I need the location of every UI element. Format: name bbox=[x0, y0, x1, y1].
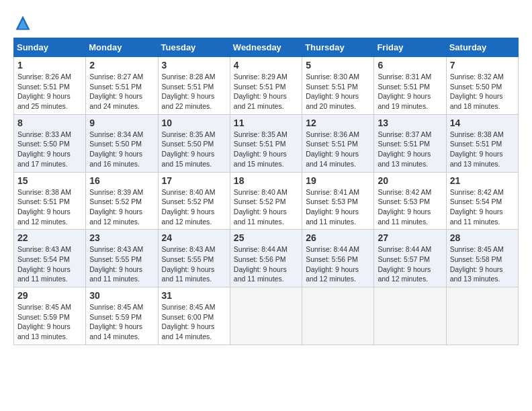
day-number: 9 bbox=[89, 118, 154, 128]
calendar-week-2: 8Sunrise: 8:33 AMSunset: 5:50 PMDaylight… bbox=[14, 114, 519, 172]
day-info: Sunrise: 8:45 AMSunset: 5:59 PMDaylight:… bbox=[89, 303, 143, 340]
day-number: 10 bbox=[162, 118, 226, 128]
calendar-day: 26Sunrise: 8:44 AMSunset: 5:56 PMDayligh… bbox=[302, 230, 374, 287]
day-info: Sunrise: 8:45 AMSunset: 5:59 PMDaylight:… bbox=[17, 303, 71, 340]
calendar-day: 11Sunrise: 8:35 AMSunset: 5:51 PMDayligh… bbox=[230, 114, 302, 172]
page-header bbox=[13, 13, 519, 32]
calendar-day: 24Sunrise: 8:43 AMSunset: 5:55 PMDayligh… bbox=[158, 230, 230, 287]
day-number: 2 bbox=[89, 60, 154, 71]
day-number: 11 bbox=[234, 118, 298, 128]
day-info: Sunrise: 8:44 AMSunset: 5:56 PMDaylight:… bbox=[306, 245, 359, 283]
day-header-thursday: Thursday bbox=[302, 38, 374, 57]
day-info: Sunrise: 8:43 AMSunset: 5:55 PMDaylight:… bbox=[89, 245, 143, 283]
calendar-day: 9Sunrise: 8:34 AMSunset: 5:50 PMDaylight… bbox=[86, 114, 158, 172]
calendar-day: 19Sunrise: 8:41 AMSunset: 5:53 PMDayligh… bbox=[302, 172, 374, 230]
day-number: 25 bbox=[234, 232, 298, 243]
calendar-day: 2Sunrise: 8:27 AMSunset: 5:51 PMDaylight… bbox=[86, 57, 158, 115]
calendar-day: 12Sunrise: 8:36 AMSunset: 5:51 PMDayligh… bbox=[302, 114, 374, 172]
calendar-day: 14Sunrise: 8:38 AMSunset: 5:51 PMDayligh… bbox=[446, 114, 518, 172]
day-header-sunday: Sunday bbox=[14, 38, 86, 57]
day-number: 1 bbox=[17, 60, 82, 71]
calendar-day: 18Sunrise: 8:40 AMSunset: 5:52 PMDayligh… bbox=[230, 172, 302, 230]
day-header-row: SundayMondayTuesdayWednesdayThursdayFrid… bbox=[14, 38, 519, 57]
calendar-week-5: 29Sunrise: 8:45 AMSunset: 5:59 PMDayligh… bbox=[14, 287, 519, 345]
day-number: 3 bbox=[162, 60, 226, 71]
day-info: Sunrise: 8:45 AMSunset: 5:58 PMDaylight:… bbox=[450, 245, 504, 283]
day-header-monday: Monday bbox=[86, 38, 158, 57]
day-number: 5 bbox=[306, 60, 370, 71]
day-info: Sunrise: 8:35 AMSunset: 5:51 PMDaylight:… bbox=[234, 130, 287, 168]
calendar-day: 5Sunrise: 8:30 AMSunset: 5:51 PMDaylight… bbox=[302, 57, 374, 115]
day-number: 6 bbox=[378, 60, 442, 71]
day-info: Sunrise: 8:42 AMSunset: 5:54 PMDaylight:… bbox=[450, 188, 504, 226]
day-info: Sunrise: 8:38 AMSunset: 5:51 PMDaylight:… bbox=[17, 188, 71, 226]
calendar-day: 30Sunrise: 8:45 AMSunset: 5:59 PMDayligh… bbox=[86, 287, 158, 345]
calendar-day: 3Sunrise: 8:28 AMSunset: 5:51 PMDaylight… bbox=[158, 57, 230, 115]
day-info: Sunrise: 8:42 AMSunset: 5:53 PMDaylight:… bbox=[378, 188, 431, 226]
calendar-day: 7Sunrise: 8:32 AMSunset: 5:50 PMDaylight… bbox=[446, 57, 518, 115]
day-info: Sunrise: 8:30 AMSunset: 5:51 PMDaylight:… bbox=[306, 73, 359, 110]
day-info: Sunrise: 8:40 AMSunset: 5:52 PMDaylight:… bbox=[234, 188, 287, 226]
day-info: Sunrise: 8:43 AMSunset: 5:55 PMDaylight:… bbox=[162, 245, 216, 283]
day-info: Sunrise: 8:43 AMSunset: 5:54 PMDaylight:… bbox=[17, 245, 71, 283]
calendar-day: 10Sunrise: 8:35 AMSunset: 5:50 PMDayligh… bbox=[158, 114, 230, 172]
day-number: 14 bbox=[450, 118, 515, 128]
day-header-saturday: Saturday bbox=[446, 38, 518, 57]
calendar-day: 8Sunrise: 8:33 AMSunset: 5:50 PMDaylight… bbox=[14, 114, 86, 172]
calendar-day: 27Sunrise: 8:44 AMSunset: 5:57 PMDayligh… bbox=[374, 230, 446, 287]
day-number: 26 bbox=[306, 232, 370, 243]
calendar-day: 4Sunrise: 8:29 AMSunset: 5:51 PMDaylight… bbox=[230, 57, 302, 115]
day-header-tuesday: Tuesday bbox=[158, 38, 230, 57]
day-info: Sunrise: 8:44 AMSunset: 5:57 PMDaylight:… bbox=[378, 245, 431, 283]
day-info: Sunrise: 8:38 AMSunset: 5:51 PMDaylight:… bbox=[450, 130, 504, 168]
calendar-day: 17Sunrise: 8:40 AMSunset: 5:52 PMDayligh… bbox=[158, 172, 230, 230]
calendar-day bbox=[374, 287, 446, 345]
day-info: Sunrise: 8:33 AMSunset: 5:50 PMDaylight:… bbox=[17, 130, 71, 168]
day-number: 17 bbox=[162, 175, 226, 186]
day-number: 8 bbox=[17, 118, 82, 128]
calendar-day bbox=[230, 287, 302, 345]
day-info: Sunrise: 8:27 AMSunset: 5:51 PMDaylight:… bbox=[89, 73, 143, 110]
logo-icon bbox=[13, 13, 32, 32]
calendar-week-4: 22Sunrise: 8:43 AMSunset: 5:54 PMDayligh… bbox=[14, 230, 519, 287]
calendar-day: 31Sunrise: 8:45 AMSunset: 6:00 PMDayligh… bbox=[158, 287, 230, 345]
calendar-week-3: 15Sunrise: 8:38 AMSunset: 5:51 PMDayligh… bbox=[14, 172, 519, 230]
calendar-day: 13Sunrise: 8:37 AMSunset: 5:51 PMDayligh… bbox=[374, 114, 446, 172]
day-number: 16 bbox=[89, 175, 154, 186]
calendar-day: 21Sunrise: 8:42 AMSunset: 5:54 PMDayligh… bbox=[446, 172, 518, 230]
calendar-day: 29Sunrise: 8:45 AMSunset: 5:59 PMDayligh… bbox=[14, 287, 86, 345]
calendar-day: 20Sunrise: 8:42 AMSunset: 5:53 PMDayligh… bbox=[374, 172, 446, 230]
calendar-day: 1Sunrise: 8:26 AMSunset: 5:51 PMDaylight… bbox=[14, 57, 86, 115]
calendar-day: 6Sunrise: 8:31 AMSunset: 5:51 PMDaylight… bbox=[374, 57, 446, 115]
day-number: 31 bbox=[162, 290, 226, 301]
day-info: Sunrise: 8:34 AMSunset: 5:50 PMDaylight:… bbox=[89, 130, 143, 168]
day-info: Sunrise: 8:31 AMSunset: 5:51 PMDaylight:… bbox=[378, 73, 431, 110]
day-number: 18 bbox=[234, 175, 298, 186]
day-number: 29 bbox=[17, 290, 82, 301]
calendar-day bbox=[446, 287, 518, 345]
day-info: Sunrise: 8:36 AMSunset: 5:51 PMDaylight:… bbox=[306, 130, 359, 168]
day-number: 27 bbox=[378, 232, 442, 243]
day-number: 19 bbox=[306, 175, 370, 186]
day-info: Sunrise: 8:32 AMSunset: 5:50 PMDaylight:… bbox=[450, 73, 504, 110]
calendar-day: 22Sunrise: 8:43 AMSunset: 5:54 PMDayligh… bbox=[14, 230, 86, 287]
day-info: Sunrise: 8:39 AMSunset: 5:52 PMDaylight:… bbox=[89, 188, 143, 226]
day-number: 24 bbox=[162, 232, 226, 243]
day-number: 4 bbox=[234, 60, 298, 71]
calendar-week-1: 1Sunrise: 8:26 AMSunset: 5:51 PMDaylight… bbox=[14, 57, 519, 115]
day-info: Sunrise: 8:40 AMSunset: 5:52 PMDaylight:… bbox=[162, 188, 216, 226]
day-info: Sunrise: 8:44 AMSunset: 5:56 PMDaylight:… bbox=[234, 245, 287, 283]
day-info: Sunrise: 8:41 AMSunset: 5:53 PMDaylight:… bbox=[306, 188, 359, 226]
calendar-day: 15Sunrise: 8:38 AMSunset: 5:51 PMDayligh… bbox=[14, 172, 86, 230]
day-number: 28 bbox=[450, 232, 515, 243]
day-info: Sunrise: 8:35 AMSunset: 5:50 PMDaylight:… bbox=[162, 130, 216, 168]
calendar-day: 25Sunrise: 8:44 AMSunset: 5:56 PMDayligh… bbox=[230, 230, 302, 287]
day-number: 13 bbox=[378, 118, 442, 128]
calendar-table: SundayMondayTuesdayWednesdayThursdayFrid… bbox=[13, 38, 519, 345]
day-info: Sunrise: 8:29 AMSunset: 5:51 PMDaylight:… bbox=[234, 73, 287, 110]
calendar-day bbox=[302, 287, 374, 345]
day-number: 7 bbox=[450, 60, 515, 71]
logo-area bbox=[13, 13, 35, 32]
day-info: Sunrise: 8:26 AMSunset: 5:51 PMDaylight:… bbox=[17, 73, 71, 110]
day-number: 23 bbox=[89, 232, 154, 243]
